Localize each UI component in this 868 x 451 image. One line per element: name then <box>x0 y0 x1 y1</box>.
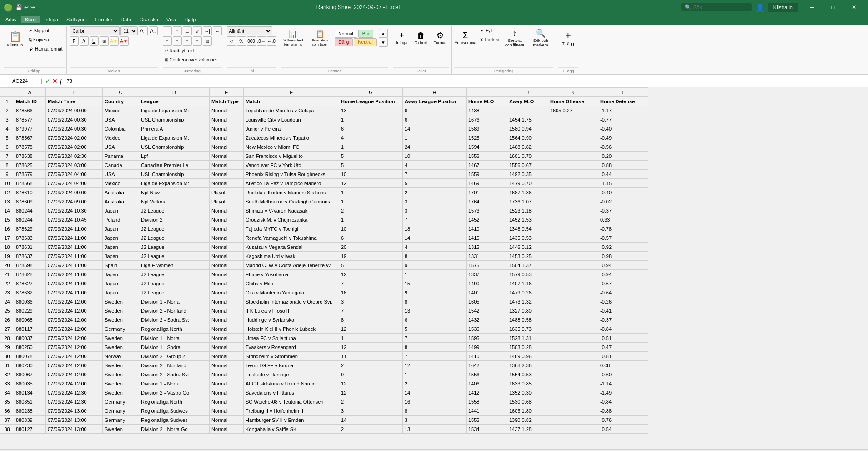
cell-G22[interactable]: 7 <box>339 279 403 288</box>
increase-font-button[interactable]: A↑ <box>139 26 148 35</box>
cell-K26[interactable] <box>548 315 598 324</box>
cell-C2[interactable]: Mexico <box>103 106 139 115</box>
cell-H6[interactable]: 24 <box>403 142 467 152</box>
style-scroll-down[interactable]: ▼ <box>379 38 388 47</box>
cell-F34[interactable]: Savedalens v Hittarps <box>244 388 339 397</box>
cell-E18[interactable]: Normal <box>210 243 244 252</box>
cell-J32[interactable]: 1554 0.53 <box>507 370 548 379</box>
cell-D30[interactable]: Division 2 - Group 2 <box>139 352 210 361</box>
cell-L14[interactable]: -0.37 <box>598 206 648 215</box>
cell-G20[interactable]: 5 <box>339 261 403 270</box>
cell-J2[interactable] <box>507 106 548 115</box>
cell-G24[interactable]: 3 <box>339 297 403 306</box>
cell-D19[interactable]: J2 League <box>139 252 210 261</box>
cell-J34[interactable]: 1352 0.30 <box>507 388 548 397</box>
cell-A16[interactable]: 878629 <box>14 224 46 233</box>
cell-C35[interactable]: Germany <box>103 397 139 406</box>
cell-C10[interactable]: Mexico <box>103 179 139 188</box>
cell-F16[interactable]: Fujieda MYFC v Tochigi <box>244 224 339 233</box>
col-header-A[interactable]: A <box>14 88 46 97</box>
cell-I23[interactable]: 1401 <box>467 288 507 297</box>
cell-L13[interactable]: -0.02 <box>598 197 648 206</box>
cell-D29[interactable]: Division 1 - Sodra <box>139 343 210 352</box>
close-button[interactable]: ✕ <box>843 0 864 15</box>
cell-A25[interactable]: 880229 <box>14 306 46 315</box>
indent-decrease-button[interactable]: |← <box>213 26 222 35</box>
cell-I2[interactable]: 1438 <box>467 106 507 115</box>
number-format-select[interactable]: Allmänt <box>227 26 272 35</box>
cell-H36[interactable]: 8 <box>403 406 467 416</box>
cell-F8[interactable]: Vancouver FC v York Utd <box>244 161 339 170</box>
cell-A5[interactable]: 878567 <box>14 133 46 142</box>
align-left-button[interactable]: ≡ <box>163 36 172 46</box>
cell-K13[interactable] <box>548 197 598 206</box>
cell-E9[interactable]: Normal <box>210 170 244 179</box>
cell-A38[interactable]: 880127 <box>14 425 46 434</box>
cell-I37[interactable]: 1555 <box>467 416 507 425</box>
header-away-elo[interactable]: Away ELO <box>507 97 548 106</box>
cell-E4[interactable]: Normal <box>210 124 244 133</box>
cell-J20[interactable]: 1504 1.37 <box>507 261 548 270</box>
cell-F5[interactable]: Zacatecas Mineros v Tapatio <box>244 133 339 142</box>
cell-G26[interactable]: 8 <box>339 315 403 324</box>
cell-A17[interactable]: 878633 <box>14 233 46 243</box>
cell-H38[interactable]: 13 <box>403 425 467 434</box>
cell-I26[interactable]: 1432 <box>467 315 507 324</box>
cell-D37[interactable]: Regionalliga Sudwes <box>139 416 210 425</box>
header-match-id[interactable]: Match ID <box>14 97 46 106</box>
cell-G23[interactable]: 16 <box>339 288 403 297</box>
cell-B9[interactable]: 07/09/2024 04:00 <box>46 170 103 179</box>
cell-J24[interactable]: 1473 1.32 <box>507 297 548 306</box>
cell-L34[interactable]: -1.49 <box>598 388 648 397</box>
cell-C38[interactable]: Sweden <box>103 425 139 434</box>
cell-G9[interactable]: 10 <box>339 170 403 179</box>
cell-E2[interactable]: Normal <box>210 106 244 115</box>
cell-A3[interactable]: 878577 <box>14 115 46 124</box>
formula-input[interactable] <box>65 76 866 86</box>
fill-color-button[interactable]: A▼ <box>110 36 119 46</box>
merge-cells-button[interactable]: ⊞ Centrera över kolumner <box>163 56 219 64</box>
profile-icon[interactable]: 👤 <box>755 3 764 12</box>
cell-B12[interactable]: 07/09/2024 09:00 <box>46 188 103 197</box>
cell-F36[interactable]: Freiburg II v Hoffenheim II <box>244 406 339 416</box>
cell-J25[interactable]: 1327 0.80 <box>507 306 548 315</box>
style-bad-box[interactable]: Dålig <box>335 38 353 46</box>
font-color-button[interactable]: A▼ <box>120 36 129 46</box>
minimize-button[interactable]: ─ <box>802 0 823 15</box>
cell-A15[interactable]: 880244 <box>14 215 46 224</box>
cell-K21[interactable] <box>548 270 598 279</box>
cell-H13[interactable]: 3 <box>403 197 467 206</box>
cell-H2[interactable]: 6 <box>403 106 467 115</box>
cell-L30[interactable]: -0.81 <box>598 352 648 361</box>
cell-G2[interactable]: 13 <box>339 106 403 115</box>
cell-E29[interactable]: Normal <box>210 343 244 352</box>
cell-G33[interactable]: 12 <box>339 379 403 388</box>
cell-D27[interactable]: Regionalliga North <box>139 324 210 334</box>
cell-J33[interactable]: 1633 0.85 <box>507 379 548 388</box>
cell-D28[interactable]: Division 1 - Norra <box>139 334 210 343</box>
search-input[interactable] <box>693 5 748 10</box>
cell-D16[interactable]: J2 League <box>139 224 210 233</box>
conditional-formatting-button[interactable]: 📊 Villkorsstyrd formatering <box>281 26 306 49</box>
cell-L21[interactable]: -0.94 <box>598 270 648 279</box>
cell-A33[interactable]: 880035 <box>14 379 46 388</box>
cell-D24[interactable]: Division 1 - Norra <box>139 297 210 306</box>
cell-C31[interactable]: Sweden <box>103 361 139 370</box>
cell-C19[interactable]: Japan <box>103 252 139 261</box>
paste-button[interactable]: 📋 Klistra in <box>4 26 26 52</box>
cell-H26[interactable]: 6 <box>403 315 467 324</box>
cell-L7[interactable]: -0.20 <box>598 152 648 161</box>
cell-E22[interactable]: Normal <box>210 279 244 288</box>
cell-H31[interactable]: 12 <box>403 361 467 370</box>
cell-G37[interactable]: 14 <box>339 416 403 425</box>
cell-B21[interactable]: 07/09/2024 11:00 <box>46 270 103 279</box>
cell-I7[interactable]: 1556 <box>467 152 507 161</box>
formula-function[interactable]: ƒ <box>60 77 63 85</box>
cell-K5[interactable] <box>548 133 598 142</box>
cell-B17[interactable]: 07/09/2024 11:00 <box>46 233 103 243</box>
decrease-decimal-button[interactable]: ←.0 <box>267 36 276 46</box>
cell-D10[interactable]: Liga de Expansion M: <box>139 179 210 188</box>
sort-filter-button[interactable]: ↕ Sortera och filtrera <box>502 26 527 49</box>
cell-J26[interactable]: 1488 0.58 <box>507 315 548 324</box>
cell-D5[interactable]: Liga de Expansion M: <box>139 133 210 142</box>
